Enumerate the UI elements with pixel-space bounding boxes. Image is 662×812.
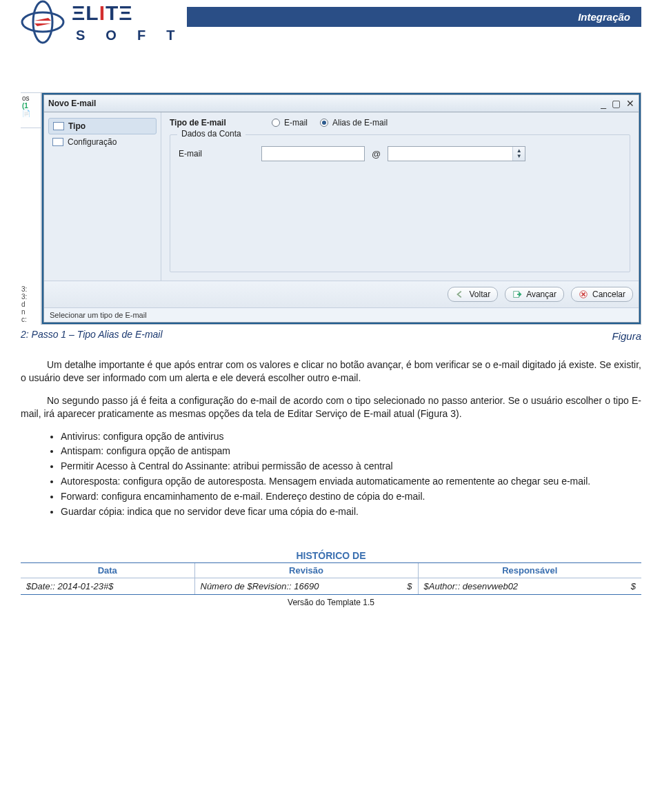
table-row: $Date:: 2014-01-23#$ Número de $Revision… bbox=[21, 578, 641, 594]
maximize-icon[interactable]: ▢ bbox=[612, 98, 621, 109]
cancel-icon bbox=[579, 290, 588, 299]
fieldset-legend: Dados da Conta bbox=[177, 129, 245, 139]
envelope-icon bbox=[52, 138, 63, 146]
header-tag: Integração bbox=[187, 7, 641, 27]
statusbar: Selecionar um tipo de E-mail bbox=[44, 307, 639, 322]
cancel-button[interactable]: Cancelar bbox=[571, 287, 633, 302]
col-resp: Responsável bbox=[418, 563, 641, 578]
paragraph-1: Um detalhe importante é que após entrar … bbox=[21, 358, 641, 385]
sidebar-item-label: Configuração bbox=[68, 137, 117, 147]
logo-sub: SOFT bbox=[76, 28, 177, 43]
doc-header: ΞLITΞ SOFT Integração bbox=[21, 0, 641, 44]
screenshot: os (1 📄 3: 3: d n c: Novo E-mail bbox=[21, 92, 641, 325]
logo-word: ΞLITΞ bbox=[72, 1, 177, 25]
envelope-icon bbox=[53, 122, 64, 130]
strip-top: os (1 📄 bbox=[21, 92, 41, 128]
svg-point-0 bbox=[22, 12, 63, 32]
col-data: Data bbox=[21, 563, 194, 578]
sidebar-item-config[interactable]: Configuração bbox=[48, 134, 157, 150]
radio-email[interactable]: E-mail bbox=[272, 118, 308, 128]
footer: HISTÓRICO DE Data Revisão Responsável $D… bbox=[21, 550, 641, 607]
svg-point-1 bbox=[33, 1, 52, 43]
window-title: Novo E-mail bbox=[48, 99, 96, 108]
radio-alias[interactable]: Alias de E-mail bbox=[320, 118, 388, 128]
figure-caption-right: Figura bbox=[612, 330, 641, 342]
at-sign: @ bbox=[372, 149, 381, 159]
next-icon bbox=[512, 290, 522, 299]
list-item: Autoresposta: configura opção de autores… bbox=[61, 475, 641, 488]
window-titlebar: Novo E-mail _ ▢ ✕ bbox=[44, 95, 639, 112]
wizard-button-bar: Voltar Avançar Cancelar bbox=[44, 281, 639, 307]
strip-gutter: 3: 3: d n c: bbox=[21, 128, 41, 325]
type-label: Tipo de E-mail bbox=[170, 118, 259, 128]
close-icon[interactable]: ✕ bbox=[626, 98, 634, 109]
list-item: Antivirus: configura opção de antivirus bbox=[61, 430, 641, 443]
list-item: Antispam: configura opção de antispam bbox=[61, 445, 641, 458]
logo: ΞLITΞ SOFT bbox=[21, 0, 177, 44]
list-item: Guardar cópia: indica que no servidor de… bbox=[61, 505, 641, 518]
back-button[interactable]: Voltar bbox=[448, 287, 498, 302]
template-version: Versão do Template 1.5 bbox=[21, 598, 641, 607]
minimize-icon[interactable]: _ bbox=[601, 98, 606, 109]
email-user-input[interactable] bbox=[261, 146, 365, 161]
sidebar-item-label: Tipo bbox=[68, 121, 86, 131]
chevron-updown-icon: ▲▼ bbox=[512, 147, 525, 161]
wizard-sidebar: Tipo Configuração bbox=[44, 112, 161, 281]
col-rev: Revisão bbox=[194, 563, 418, 578]
history-table: Data Revisão Responsável $Date:: 2014-01… bbox=[21, 563, 641, 595]
email-label: E-mail bbox=[179, 149, 254, 159]
email-domain-select[interactable]: ▲▼ bbox=[388, 146, 525, 161]
logo-icon bbox=[21, 0, 65, 44]
next-button[interactable]: Avançar bbox=[505, 287, 564, 302]
history-title: HISTÓRICO DE bbox=[21, 550, 641, 563]
figure-caption-left: 2: Passo 1 – Tipo Alias de E-mail bbox=[21, 329, 163, 340]
list-item: Permitir Acesso à Central do Assinante: … bbox=[61, 460, 641, 473]
fieldset-dados: Dados da Conta E-mail @ ▲▼ bbox=[170, 134, 630, 272]
back-icon bbox=[455, 290, 465, 299]
bullet-list: Antivirus: configura opção de antivirus … bbox=[21, 430, 641, 518]
sidebar-item-tipo[interactable]: Tipo bbox=[48, 118, 157, 134]
list-item: Forward: configura encaminhamento de e-m… bbox=[61, 490, 641, 503]
paragraph-2: No segundo passo já é feita a configuraç… bbox=[21, 394, 641, 420]
